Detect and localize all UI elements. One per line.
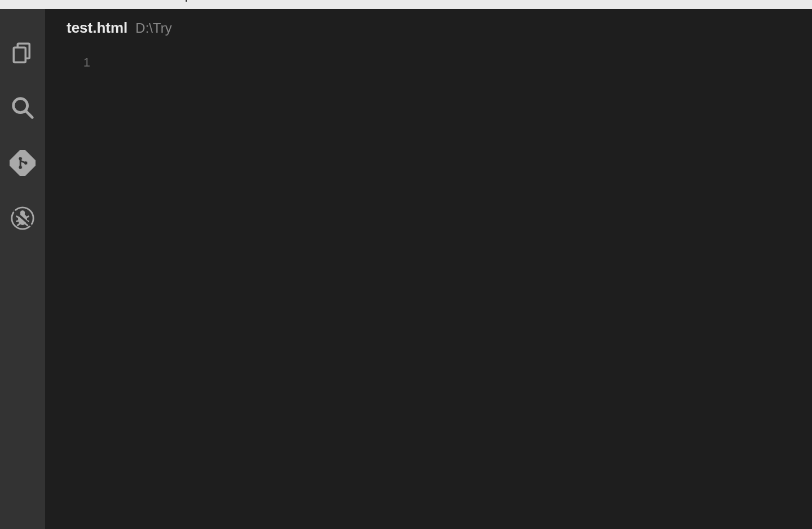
menu-bar: File Edit View Goto Help — [0, 0, 812, 9]
menu-edit[interactable]: Edit — [36, 0, 72, 3]
git-icon — [10, 150, 36, 178]
activity-search[interactable] — [0, 81, 45, 136]
editor-gutter: 1 — [45, 54, 135, 529]
activity-debug[interactable] — [0, 192, 45, 247]
menu-view[interactable]: View — [72, 0, 115, 3]
svg-point-12 — [20, 211, 25, 215]
svg-line-17 — [17, 223, 20, 226]
search-icon — [10, 95, 36, 123]
editor-file-path: D:\Try — [135, 20, 171, 36]
svg-rect-1 — [14, 47, 25, 62]
svg-rect-4 — [10, 150, 36, 176]
svg-line-3 — [26, 111, 33, 118]
activity-git[interactable] — [0, 136, 45, 192]
line-number: 1 — [45, 54, 90, 71]
activity-bar — [0, 9, 45, 529]
debug-icon — [10, 205, 36, 233]
menu-help[interactable]: Help — [158, 0, 199, 3]
menu-file[interactable]: File — [0, 0, 36, 3]
editor-file-name: test.html — [67, 19, 127, 37]
editor-tab[interactable]: test.html D:\Try — [45, 9, 812, 37]
editor-area: test.html D:\Try 1 — [45, 9, 812, 529]
svg-line-15 — [16, 221, 20, 222]
activity-explorer[interactable] — [0, 26, 45, 81]
explorer-icon — [11, 41, 34, 67]
editor-code-area[interactable] — [141, 54, 812, 529]
menu-goto[interactable]: Goto — [115, 0, 158, 3]
